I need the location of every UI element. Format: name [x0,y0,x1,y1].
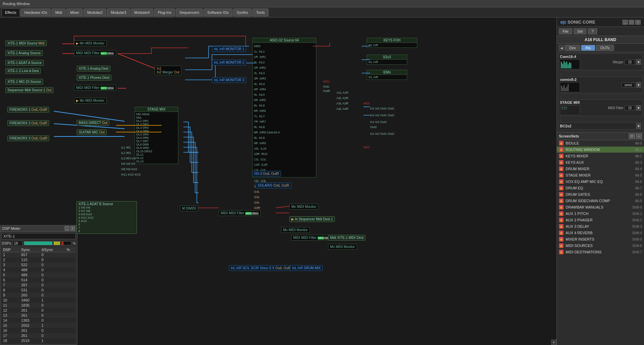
sc-tab-outs[interactable]: OUTs [596,45,614,51]
cwm16-4-value-input[interactable] [625,60,635,65]
screenset-row-13[interactable]: 🔒AUX 3 DELAYShift-3 [557,223,644,230]
screenset-row-14[interactable]: 🔒AUX 4 REVERBShift-4 [557,230,644,236]
dsp-count-input[interactable] [12,241,23,246]
tab-effects[interactable]: Effects [1,8,20,17]
sc-close-btn[interactable]: × [635,20,641,25]
sc-tab-dev[interactable]: Dev [565,45,580,51]
screenset-lock-icon-14: 🔒 [559,230,564,235]
screenset-row-4[interactable]: 🔒DRUM MIXERAlt-4 [557,166,644,172]
midi-monitor-3-node[interactable]: Mn MIDI Monitor [281,227,310,233]
xite1-micdi-source-node[interactable]: XITE-1 MIC-DI Source [5,79,43,85]
fireworx2-node[interactable]: FIREWORX 2 OutL OutR [7,120,49,126]
screenset-row-16[interactable]: 🔒MIDI SOURCESShift-6 [557,243,644,249]
dsp-table-row: 1825191 [2,338,76,343]
xite1-analog-source-node[interactable]: XITE-1 Analog Source [5,50,43,56]
screenset-row-1[interactable]: 🔒ROUTING WINDOWAlt-1 [557,147,644,153]
screenset-row-7[interactable]: 🔒DRUM EQAlt-7 [557,185,644,191]
screenset-row-12[interactable]: 🔒AUX 2 PHASERShift-2 [557,217,644,223]
sc-maximize-btn[interactable]: □ [629,20,634,25]
tab-software-ios[interactable]: Software IOs [204,8,232,17]
midi-filter-bottom-node[interactable]: MIDI MIDI Filter MFilMInv [219,210,261,216]
dsp-device-name-input[interactable] [2,233,76,239]
screenset-name-7: DRUM EQ [566,186,634,190]
screenset-row-8[interactable]: 🔒DRUM GATESAlt-8 [557,191,644,198]
screensets-remove-btn[interactable]: − [636,133,642,139]
tab-synths[interactable]: Synths [233,8,252,17]
tab-tools[interactable]: Tools [252,8,269,17]
sc-tab-prev-arrow[interactable]: ◀ [559,45,564,51]
bc2x2-midi-node[interactable]: MIDI MIDI Filter MFilMInv [291,235,333,241]
xite1-adat-a-source-node[interactable]: XITE-1 ADAT A Source [5,60,44,66]
stage-mix-dropdown[interactable]: ▼ [636,105,641,111]
xite1-phones-dest-node[interactable]: XITE-1 Phones Dest [77,75,111,81]
xite1-adat-b-source-node[interactable]: XITE-1 ADAT B Source 1 In5 In6 2 In7 In8… [76,201,137,234]
file-menu-btn[interactable]: File [559,28,572,34]
midi-filter-1-node[interactable]: MIDI MIDI Filter MFilMInv [74,50,116,56]
screenset-row-2[interactable]: 🔒KEYS MIXERAlt-2 [557,153,644,159]
fireworx1-node[interactable]: FIREWORX 1 OutL OutR [7,107,49,113]
dsp-table-row: 1413830 [2,318,76,323]
screenset-name-8: DRUM GATES [566,192,634,196]
sc-tab-ins[interactable]: INs [581,45,596,51]
tab-plugins[interactable]: Plug-Ins [154,8,175,17]
guitar-mic-node[interactable]: GUITAR MIC Out [77,129,107,135]
monitor2-node[interactable]: InL InR MONITOR 2 [212,60,246,65]
midi-filter-2-node[interactable]: MIDI MIDI Filter MFilMInv [74,85,116,91]
screenset-row-11[interactable]: 🔒AUX 1 PITCHShift-1 [557,211,644,217]
tab-hardware-ios[interactable]: Hardware IOs [21,8,51,17]
stage-mix-device-name: STAGE MIX [560,100,580,104]
vinco-sx-node[interactable]: InL InR SCIL SCIR Vinco S X OutL OutR [229,265,293,271]
dsp-meter-close-btn[interactable]: × [70,226,75,231]
tab-modular4[interactable]: Modular4 [131,8,153,17]
seq-midi-dest-node[interactable]: ▶ In Sequencer Midi Dest 1 [289,216,335,222]
xite1-midi-source-node[interactable]: XITE-1 MIDI Source Midi [5,40,47,46]
tab-modular2[interactable]: Modular2 [83,8,106,17]
screenset-row-0[interactable]: 🔒BIDULEAlt-0 [557,140,644,147]
screenset-row-17[interactable]: 🔒MIDI DESTINATIONSShift-7 [557,249,644,255]
midi-dimidi-node[interactable]: M DIMIDI [180,206,198,211]
fireworx3-node[interactable]: FIREWORX 3 OutL OutR [7,135,49,141]
monitor1-node[interactable]: InL InR MONITOR 1 [212,46,246,52]
xite1-midi-dest-node[interactable]: Midi XITE-1 MIDI Dest [328,235,365,241]
screenset-row-5[interactable]: 🔒STAGE MIXERAlt-5 [557,172,644,179]
screenset-row-9[interactable]: 🔒DRUM SIDECHAIN COMPAlt-9 [557,198,644,204]
set-menu-btn[interactable]: Set [574,28,587,34]
cwmix8-2-dropdown[interactable]: ▼ [636,82,641,88]
tab-mixer[interactable]: Mixer [66,8,83,17]
hx3-node[interactable]: HX-3 OutL OutR [252,171,281,177]
screenset-row-3[interactable]: 🔒KEYS AUXAlt-3 [557,159,644,166]
cwm16-4-dropdown[interactable]: ▼ [636,59,641,65]
solaris-node[interactable]: SOLARIS OutL OutR [256,183,291,188]
dsp-meter-minimize-btn[interactable]: _ [65,226,69,231]
screensets-add-btn[interactable]: + [629,133,635,139]
screenset-row-15[interactable]: 🔒MIXER INSERTSShift-5 [557,236,644,243]
stage-mix-panel: STAGE MIX Min MOut MxL DL1 DR1 DL2 DR2 D… [135,107,178,164]
seq-midi-source1-node[interactable]: Sequencer Midi Source 1 Out [5,87,53,93]
tab-modular3[interactable]: Modular3 [107,8,130,17]
tab-midi[interactable]: Midi [51,8,66,17]
merger-node[interactable]: In1In2 Merger Out [155,66,181,75]
device-stage-mix: STAGE MIX ⣿⣿⣿ MIDI Filter ▼ [558,99,643,116]
bass-direct-node[interactable]: BASS DIRECT Out [77,120,109,126]
screenset-lock-icon-8: 🔒 [559,192,564,197]
canvas-area[interactable]: XITE-1 MIDI Source Midi XITE-1 Analog So… [0,18,557,345]
midi-monitor-2-node[interactable]: ▶ Mn MIDI Monitor [74,98,107,103]
help-menu-btn[interactable]: ? [588,28,597,34]
midi-monitor-bottom-node[interactable]: Mn MIDI Monitor [289,204,318,210]
screenset-row-6[interactable]: 🔒VOX EQ AMP MIC EQAlt-6 [557,179,644,185]
stage-mix-value-input[interactable] [625,105,635,111]
monitor3-node[interactable]: InL InR MONITOR 3 [212,77,246,83]
midi-monitor-1-node[interactable]: ▶ Mn MIDI Monitor [74,40,107,46]
xite1-analog-dest-node[interactable]: XITE-1 Analog Dest [77,66,110,71]
cwmix8-2-value-input[interactable] [621,83,635,88]
midi-monitor-4-node[interactable]: Mn MIDI Monitor [328,244,357,250]
sc-minimize-btn[interactable]: _ [622,20,628,25]
screenset-shortcut-8: Alt-8 [635,193,642,196]
drum-mix-node[interactable]: InL InR DRUM MIX [290,265,323,271]
tab-sequencers[interactable]: Sequencers [176,8,203,17]
bc2x2-dropdown[interactable]: ▼ [636,123,641,129]
sc-device-area[interactable]: Cwm16-4 [557,52,644,132]
screenset-row-10[interactable]: 🔒DRAWBAR MANUALSShift-0 [557,204,644,211]
xite1-zlink-a-dest-node[interactable]: XITE-1 Z-Link A Dest [5,68,41,74]
screenset-shortcut-3: Alt-3 [635,161,642,164]
